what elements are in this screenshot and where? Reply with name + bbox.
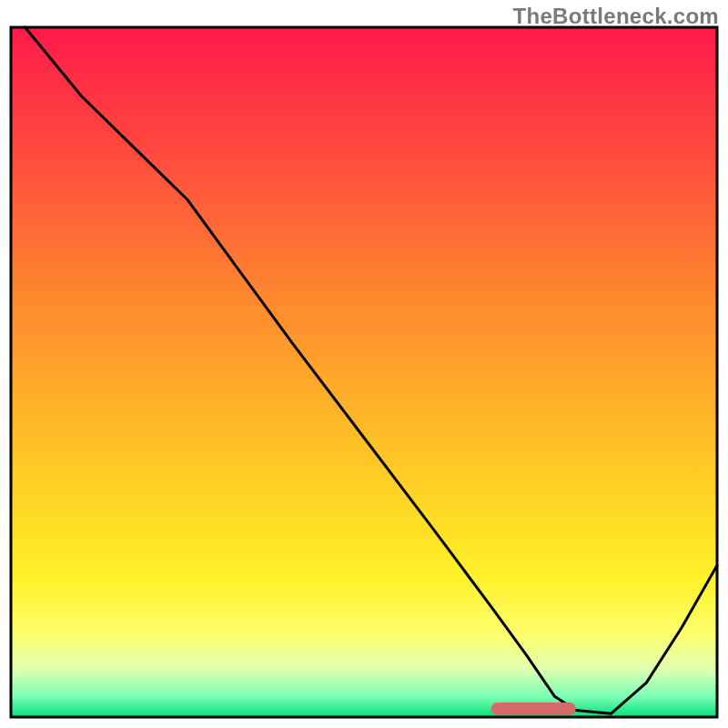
optimal-range-marker — [491, 703, 576, 715]
watermark-text: TheBottleneck.com — [513, 4, 719, 29]
chart-svg — [0, 0, 728, 728]
bottleneck-chart: TheBottleneck.com — [0, 0, 728, 728]
